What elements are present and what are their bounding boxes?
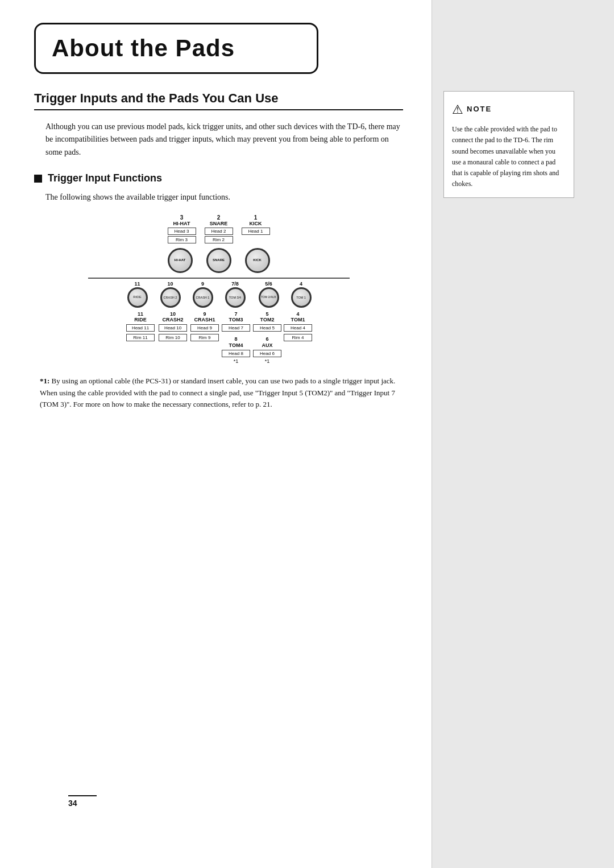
bottom-circles-row: 11 RIDE 10 CRASH 2 <box>88 281 350 308</box>
pad-tom2aux: 5/6 TOM 2/AUX <box>253 281 285 308</box>
sub-body-text: The following shows the available trigge… <box>34 191 403 204</box>
page-title: About the Pads <box>52 35 301 62</box>
note-icon: ⚠ <box>452 100 463 119</box>
pad-kick: KICK <box>245 248 270 273</box>
intro-text: Although you can use previous model pads… <box>34 121 403 159</box>
sidebar: ⚠ NOTE Use the cable provided with the p… <box>432 0 586 868</box>
page-container: About the Pads Trigger Inputs and the Pa… <box>0 0 614 868</box>
note-text: Use the cable provided with the pad to c… <box>452 124 566 189</box>
input-col-kick: 1 KICK Head 1 <box>241 214 271 245</box>
top-circles-row: HI-HAT SNARE KICK <box>88 248 350 273</box>
diagram-area: 3 HI-HAT Head 3 Rim 3 2 SNARE Head 2 Rim… <box>34 214 403 364</box>
input-col-crash2: 10CRASH2 Head 10 Rim 10 <box>157 311 188 343</box>
note-box: ⚠ NOTE Use the cable provided with the p… <box>443 91 574 198</box>
pad-tom34: 7/8 TOM 3/4 <box>220 281 251 308</box>
pad-hihat: HI-HAT <box>168 248 193 273</box>
input-col-crash1: 9CRASH1 Head 9 Rim 9 <box>190 311 219 343</box>
note-header: ⚠ NOTE <box>452 100 566 119</box>
top-inputs-row: 3 HI-HAT Head 3 Rim 3 2 SNARE Head 2 Rim… <box>88 214 350 245</box>
input-col-tom2: 5TOM2 Head 5 6AUX Head 6 *1 <box>252 311 282 364</box>
input-col-ride: 11RIDE Head 11 Rim 11 <box>125 311 156 343</box>
input-col-hihat: 3 HI-HAT Head 3 Rim 3 <box>167 214 197 245</box>
bottom-note: *1: By using an optional cable (the PCS-… <box>34 375 403 411</box>
pad-snare: SNARE <box>206 248 231 273</box>
pad-crash2: 10 CRASH 2 <box>155 281 186 308</box>
input-col-snare: 2 SNARE Head 2 Rim 2 <box>204 214 234 245</box>
sub-heading: Trigger Input Functions <box>34 172 403 184</box>
input-col-tom3: 7TOM3 Head 7 8TOM4 Head 8 *1 <box>221 311 251 364</box>
input-col-tom1: 4TOM1 Head 4 Rim 4 <box>284 311 312 343</box>
pad-crash1: 9 CRASH 1 <box>188 281 218 308</box>
main-content: About the Pads Trigger Inputs and the Pa… <box>0 0 432 868</box>
pad-ride: 11 RIDE <box>122 281 153 308</box>
title-box: About the Pads <box>34 23 318 74</box>
section-heading: Trigger Inputs and the Pads You Can Use <box>34 91 403 110</box>
note-label: NOTE <box>467 104 492 115</box>
page-number: 34 <box>68 795 97 808</box>
cable-line <box>88 278 350 279</box>
diagram: 3 HI-HAT Head 3 Rim 3 2 SNARE Head 2 Rim… <box>88 214 350 364</box>
pad-tom1: 4 TOM 1 <box>287 281 316 308</box>
bottom-inputs-section: 11RIDE Head 11 Rim 11 10CRASH2 Head 10 R… <box>88 311 350 364</box>
